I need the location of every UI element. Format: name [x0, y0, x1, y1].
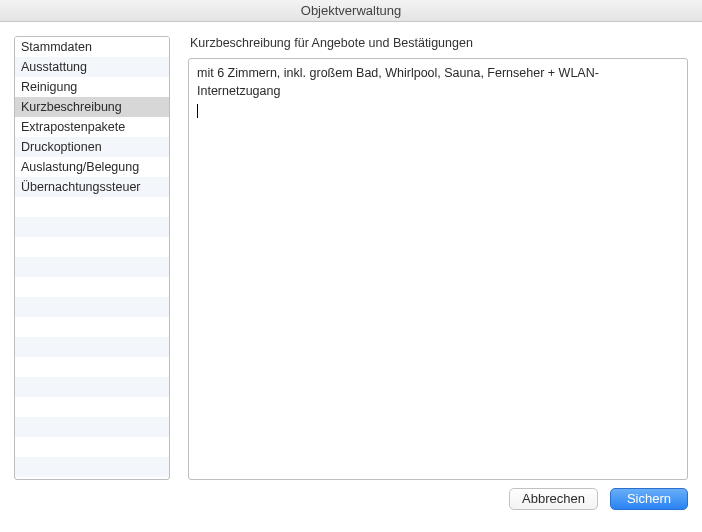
- window-content: StammdatenAusstattungReinigungKurzbeschr…: [0, 22, 702, 480]
- sidebar-item-label: Auslastung/Belegung: [21, 160, 139, 174]
- sidebar-item-empty: [15, 237, 169, 257]
- sidebar-item-empty: [15, 397, 169, 417]
- sidebar-item-label: Reinigung: [21, 80, 77, 94]
- sidebar-item-ausstattung[interactable]: Ausstattung: [15, 57, 169, 77]
- dialog-footer: Abbrechen Sichern: [0, 480, 702, 518]
- window-title: Objektverwaltung: [301, 3, 401, 18]
- sidebar-item-empty: [15, 377, 169, 397]
- sidebar-item-druckoptionen[interactable]: Druckoptionen: [15, 137, 169, 157]
- description-editor[interactable]: mit 6 Zimmern, inkl. großem Bad, Whirlpo…: [188, 58, 688, 480]
- sidebar-item-empty: [15, 337, 169, 357]
- sidebar-item-label: Druckoptionen: [21, 140, 102, 154]
- sidebar-item-empty: [15, 457, 169, 477]
- sidebar-item-empty: [15, 317, 169, 337]
- save-button[interactable]: Sichern: [610, 488, 688, 510]
- sidebar-item-auslastung-belegung[interactable]: Auslastung/Belegung: [15, 157, 169, 177]
- sidebar-item-empty: [15, 197, 169, 217]
- description-text: mit 6 Zimmern, inkl. großem Bad, Whirlpo…: [197, 66, 599, 98]
- sidebar-item-label: Kurzbeschreibung: [21, 100, 122, 114]
- sidebar-item-kurzbeschreibung[interactable]: Kurzbeschreibung: [15, 97, 169, 117]
- cancel-button[interactable]: Abbrechen: [509, 488, 598, 510]
- category-sidebar: StammdatenAusstattungReinigungKurzbeschr…: [14, 36, 170, 480]
- sidebar-item-empty: [15, 217, 169, 237]
- sidebar-item-empty: [15, 357, 169, 377]
- sidebar-item-empty: [15, 257, 169, 277]
- sidebar-item--bernachtungssteuer[interactable]: Übernachtungssteuer: [15, 177, 169, 197]
- sidebar-item-empty: [15, 297, 169, 317]
- sidebar-item-empty: [15, 417, 169, 437]
- sidebar-item-reinigung[interactable]: Reinigung: [15, 77, 169, 97]
- sidebar-item-label: Extrapostenpakete: [21, 120, 125, 134]
- sidebar-item-label: Stammdaten: [21, 40, 92, 54]
- sidebar-item-label: Übernachtungssteuer: [21, 180, 141, 194]
- section-label: Kurzbeschreibung für Angebote und Bestät…: [188, 36, 688, 50]
- sidebar-item-extrapostenpakete[interactable]: Extrapostenpakete: [15, 117, 169, 137]
- sidebar-item-empty: [15, 277, 169, 297]
- sidebar-item-label: Ausstattung: [21, 60, 87, 74]
- main-panel: Kurzbeschreibung für Angebote und Bestät…: [188, 36, 688, 480]
- sidebar-item-empty: [15, 437, 169, 457]
- text-caret: [197, 104, 198, 118]
- window-titlebar: Objektverwaltung: [0, 0, 702, 22]
- sidebar-item-stammdaten[interactable]: Stammdaten: [15, 37, 169, 57]
